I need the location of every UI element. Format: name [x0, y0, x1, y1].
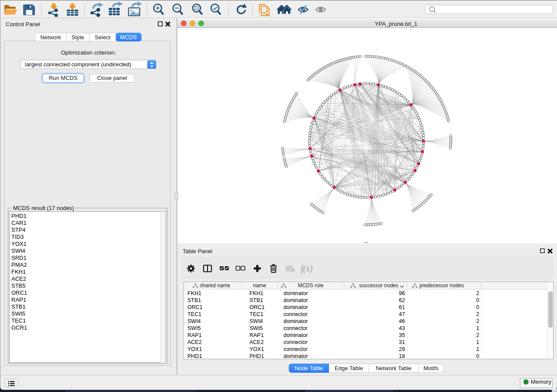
svg-text:f(x): f(x): [301, 264, 313, 274]
